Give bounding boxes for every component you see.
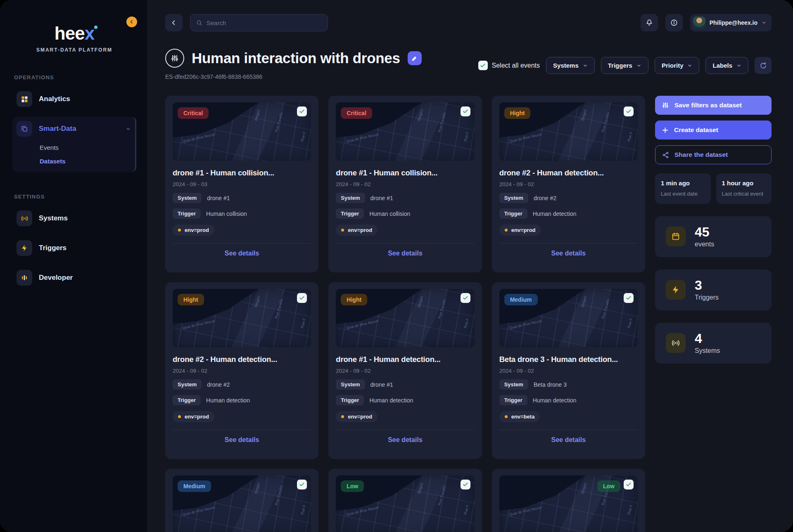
- refresh-icon: [760, 62, 767, 69]
- check-icon: [463, 295, 468, 301]
- trigger-value: Human detection: [369, 397, 413, 404]
- event-map-thumbnail[interactable]: Belges Quai de Rive Neuve Rue Paradis Ru…: [336, 289, 474, 348]
- see-details-link[interactable]: See details: [225, 250, 259, 257]
- map-street-label: Rue F: [300, 318, 306, 329]
- sidebar-item-events[interactable]: Events: [12, 141, 135, 154]
- search-input[interactable]: [207, 19, 322, 26]
- trigger-value: Human detection: [206, 397, 250, 404]
- share-dataset-button[interactable]: Share the dataset: [655, 145, 772, 164]
- create-dataset-button[interactable]: Create dataset: [655, 121, 772, 140]
- user-menu[interactable]: Philippe@heex.io: [690, 14, 772, 31]
- trigger-label: Trigger: [173, 208, 201, 219]
- card-footer: See details: [336, 430, 474, 448]
- env-tag-label: env=prod: [185, 227, 209, 233]
- sidebar-item-developer[interactable]: Developer: [12, 266, 136, 290]
- calendar-icon: [666, 227, 686, 246]
- priority-badge: Hight: [504, 107, 531, 119]
- event-checkbox[interactable]: [624, 293, 634, 303]
- logo-text: hee: [55, 23, 85, 43]
- event-map-thumbnail[interactable]: Belges Quai de Rive Neuve Rue Paradis Ru…: [499, 289, 638, 348]
- sidebar-item-datasets[interactable]: Datasets: [12, 154, 135, 168]
- see-details-link[interactable]: See details: [388, 436, 423, 443]
- event-checkbox[interactable]: [461, 106, 470, 116]
- see-details-link[interactable]: See details: [551, 436, 586, 443]
- content: Belges Quai de Rive Neuve Rue Paradis Ru…: [165, 96, 772, 532]
- share-icon: [662, 151, 669, 158]
- event-map-thumbnail[interactable]: Belges Quai de Rive Neuve Rue Paradis Ru…: [499, 475, 638, 532]
- system-label: System: [336, 379, 365, 390]
- sidebar-item-analytics[interactable]: Analytics: [12, 87, 136, 111]
- sidebar-collapse-button[interactable]: [126, 17, 137, 27]
- mini-stats: 1 min ago Last event date 1 hour ago Las…: [655, 173, 772, 204]
- event-card: Belges Quai de Rive Neuve Rue Paradis Ru…: [328, 469, 482, 532]
- system-label: System: [173, 379, 202, 390]
- event-checkbox[interactable]: [297, 293, 307, 303]
- system-value: drone #1: [370, 381, 393, 388]
- event-map-thumbnail[interactable]: Belges Quai de Rive Neuve Rue Paradis Ru…: [499, 102, 638, 161]
- env-row: env=prod: [499, 225, 638, 236]
- sidebar-item-triggers[interactable]: Triggers: [12, 236, 136, 260]
- triggers-filter-dropdown[interactable]: Triggers: [601, 57, 648, 74]
- env-dot-icon: [341, 415, 344, 418]
- back-button[interactable]: [165, 14, 183, 31]
- priority-filter-dropdown[interactable]: Priority: [655, 57, 700, 74]
- card-footer: See details: [173, 430, 311, 448]
- env-tag-label: env=prod: [511, 227, 536, 233]
- map-street-label: Quai de Rive Neuve: [182, 505, 216, 517]
- labels-filter-dropdown[interactable]: Labels: [705, 57, 748, 74]
- event-map-thumbnail[interactable]: Belges Quai de Rive Neuve Rue Paradis Ru…: [336, 475, 474, 532]
- see-details-link[interactable]: See details: [225, 436, 259, 443]
- select-all-checkbox[interactable]: Select all events: [478, 61, 540, 70]
- check-icon: [299, 295, 305, 301]
- map-street-label: Rue F: [627, 131, 633, 142]
- map-street-label: Belges: [417, 296, 424, 307]
- card-footer: See details: [499, 243, 638, 261]
- env-dot-icon: [178, 415, 181, 418]
- env-row: env=prod: [336, 411, 474, 422]
- env-row: env=prod: [336, 225, 474, 236]
- event-title: drone #1 - Human detection...: [336, 355, 474, 364]
- event-date: 2024 - 09 - 03: [173, 181, 311, 187]
- event-title: drone #2 - Human detection...: [173, 355, 311, 364]
- plus-icon: [662, 127, 669, 134]
- map-street-label: Quai de Rive Neuve: [509, 319, 542, 330]
- info-button[interactable]: [665, 14, 683, 31]
- edit-title-button[interactable]: [408, 51, 422, 65]
- last-critical-label: Last critical event: [722, 190, 766, 198]
- search-box[interactable]: [190, 14, 328, 31]
- see-details-link[interactable]: See details: [388, 250, 423, 257]
- event-date: 2024 - 09 - 02: [173, 368, 311, 374]
- triggers-count-card: 3 Triggers: [655, 270, 772, 310]
- event-checkbox[interactable]: [297, 480, 307, 489]
- event-map-thumbnail[interactable]: Belges Quai de Rive Neuve Rue Paradis Ru…: [173, 289, 311, 348]
- see-details-link[interactable]: See details: [551, 250, 586, 257]
- sidebar-item-smart-data[interactable]: Smart-Data: [12, 117, 135, 141]
- event-checkbox[interactable]: [461, 293, 470, 303]
- sidebar-item-systems[interactable]: Systems: [12, 206, 136, 230]
- event-title: drone #1 - Human collision...: [336, 168, 474, 177]
- system-label: System: [173, 193, 202, 203]
- events-count-card: 45 events: [655, 216, 772, 257]
- refresh-button[interactable]: [755, 57, 772, 74]
- chevron-down-icon: [762, 20, 767, 25]
- map-street-label: Rue Paradis: [274, 111, 283, 132]
- priority-badge: Low: [341, 480, 364, 492]
- event-card: Belges Quai de Rive Neuve Rue Paradis Ru…: [165, 282, 318, 459]
- event-checkbox[interactable]: [624, 480, 634, 489]
- priority-badge: Medium: [178, 480, 211, 492]
- event-checkbox[interactable]: [297, 106, 307, 116]
- event-map-thumbnail[interactable]: Belges Quai de Rive Neuve Rue Paradis Ru…: [336, 102, 474, 161]
- map-street-label: Belges: [580, 296, 587, 307]
- event-checkbox[interactable]: [461, 480, 470, 489]
- event-map-thumbnail[interactable]: Belges Quai de Rive Neuve Rue Paradis Ru…: [173, 475, 311, 532]
- event-checkbox[interactable]: [624, 106, 634, 116]
- event-map-thumbnail[interactable]: Belges Quai de Rive Neuve Rue Paradis Ru…: [173, 102, 311, 161]
- save-filters-button[interactable]: Save filters as dataset: [655, 96, 772, 115]
- notifications-button[interactable]: [641, 14, 658, 31]
- env-tag-label: env=prod: [348, 414, 372, 420]
- trigger-row: Trigger Human collision: [336, 208, 474, 219]
- smart-data-block: Smart-Data Events Datasets: [12, 117, 136, 172]
- systems-filter-dropdown[interactable]: Systems: [546, 57, 595, 74]
- sidebar-item-label: Triggers: [39, 244, 66, 252]
- dropdown-label: Systems: [553, 62, 579, 69]
